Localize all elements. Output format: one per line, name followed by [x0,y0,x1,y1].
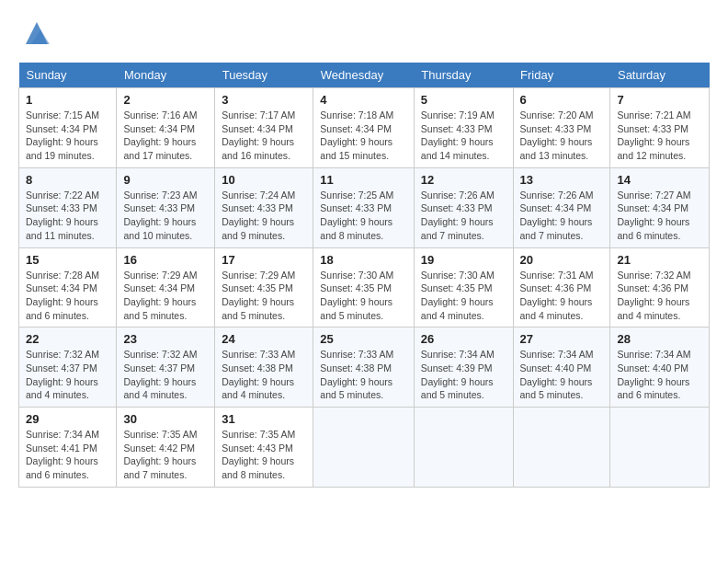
day-info: Sunrise: 7:30 AMSunset: 4:35 PMDaylight:… [320,269,406,323]
day-number: 28 [617,332,702,346]
day-info: Sunrise: 7:28 AMSunset: 4:34 PMDaylight:… [26,269,109,323]
calendar-cell: 11Sunrise: 7:25 AMSunset: 4:33 PMDayligh… [313,167,414,247]
day-header-sunday: Sunday [19,63,117,88]
calendar-cell: 22Sunrise: 7:32 AMSunset: 4:37 PMDayligh… [19,327,117,408]
day-number: 4 [320,93,406,107]
calendar-cell: 15Sunrise: 7:28 AMSunset: 4:34 PMDayligh… [19,247,117,327]
day-info: Sunrise: 7:29 AMSunset: 4:35 PMDaylight:… [222,269,306,323]
logo [18,18,51,48]
calendar-cell: 9Sunrise: 7:23 AMSunset: 4:33 PMDaylight… [117,167,215,247]
calendar-cell: 13Sunrise: 7:26 AMSunset: 4:34 PMDayligh… [513,167,610,247]
calendar-cell: 4Sunrise: 7:18 AMSunset: 4:34 PMDaylight… [313,88,414,168]
day-number: 18 [320,253,406,267]
calendar-cell: 17Sunrise: 7:29 AMSunset: 4:35 PMDayligh… [215,247,313,327]
day-info: Sunrise: 7:15 AMSunset: 4:34 PMDaylight:… [26,109,109,163]
calendar-cell: 29Sunrise: 7:34 AMSunset: 4:41 PMDayligh… [19,408,117,488]
day-header-thursday: Thursday [414,63,513,88]
day-info: Sunrise: 7:25 AMSunset: 4:33 PMDaylight:… [320,189,406,243]
day-header-friday: Friday [513,63,610,88]
calendar-week-4: 22Sunrise: 7:32 AMSunset: 4:37 PMDayligh… [19,327,710,408]
day-number: 20 [520,253,604,267]
calendar-cell: 30Sunrise: 7:35 AMSunset: 4:42 PMDayligh… [117,408,215,488]
day-info: Sunrise: 7:33 AMSunset: 4:38 PMDaylight:… [320,348,406,402]
day-number: 2 [123,93,208,107]
calendar-cell: 10Sunrise: 7:24 AMSunset: 4:33 PMDayligh… [215,167,313,247]
calendar-cell: 18Sunrise: 7:30 AMSunset: 4:35 PMDayligh… [313,247,414,327]
day-header-monday: Monday [117,63,215,88]
calendar-cell: 12Sunrise: 7:26 AMSunset: 4:33 PMDayligh… [414,167,513,247]
calendar-cell: 16Sunrise: 7:29 AMSunset: 4:34 PMDayligh… [117,247,215,327]
calendar-cell: 23Sunrise: 7:32 AMSunset: 4:37 PMDayligh… [117,327,215,408]
day-info: Sunrise: 7:26 AMSunset: 4:33 PMDaylight:… [421,189,506,243]
day-info: Sunrise: 7:22 AMSunset: 4:33 PMDaylight:… [26,189,109,243]
day-number: 13 [520,173,604,187]
day-info: Sunrise: 7:34 AMSunset: 4:40 PMDaylight:… [520,348,604,402]
day-info: Sunrise: 7:19 AMSunset: 4:33 PMDaylight:… [421,109,506,163]
calendar-cell: 26Sunrise: 7:34 AMSunset: 4:39 PMDayligh… [414,327,513,408]
day-number: 31 [222,412,306,426]
day-number: 22 [26,332,109,346]
calendar-cell [513,408,610,488]
day-info: Sunrise: 7:24 AMSunset: 4:33 PMDaylight:… [222,189,306,243]
calendar-cell: 6Sunrise: 7:20 AMSunset: 4:33 PMDaylight… [513,88,610,168]
day-number: 26 [421,332,506,346]
calendar-cell: 19Sunrise: 7:30 AMSunset: 4:35 PMDayligh… [414,247,513,327]
day-info: Sunrise: 7:32 AMSunset: 4:36 PMDaylight:… [617,269,702,323]
day-number: 27 [520,332,604,346]
calendar-cell: 20Sunrise: 7:31 AMSunset: 4:36 PMDayligh… [513,247,610,327]
day-info: Sunrise: 7:26 AMSunset: 4:34 PMDaylight:… [520,189,604,243]
day-info: Sunrise: 7:16 AMSunset: 4:34 PMDaylight:… [123,109,208,163]
calendar-cell: 2Sunrise: 7:16 AMSunset: 4:34 PMDaylight… [117,88,215,168]
day-number: 12 [421,173,506,187]
day-number: 1 [26,93,109,107]
day-number: 16 [123,253,208,267]
logo-icon [22,18,51,48]
calendar-cell [610,408,710,488]
calendar-week-1: 1Sunrise: 7:15 AMSunset: 4:34 PMDaylight… [19,88,710,168]
calendar-week-3: 15Sunrise: 7:28 AMSunset: 4:34 PMDayligh… [19,247,710,327]
calendar-cell: 27Sunrise: 7:34 AMSunset: 4:40 PMDayligh… [513,327,610,408]
calendar-cell [313,408,414,488]
day-info: Sunrise: 7:35 AMSunset: 4:43 PMDaylight:… [222,428,306,482]
calendar-cell: 25Sunrise: 7:33 AMSunset: 4:38 PMDayligh… [313,327,414,408]
day-info: Sunrise: 7:33 AMSunset: 4:38 PMDaylight:… [222,348,306,402]
day-number: 24 [222,332,306,346]
calendar-cell: 7Sunrise: 7:21 AMSunset: 4:33 PMDaylight… [610,88,710,168]
calendar-cell: 28Sunrise: 7:34 AMSunset: 4:40 PMDayligh… [610,327,710,408]
day-info: Sunrise: 7:29 AMSunset: 4:34 PMDaylight:… [123,269,208,323]
day-info: Sunrise: 7:18 AMSunset: 4:34 PMDaylight:… [320,109,406,163]
day-info: Sunrise: 7:27 AMSunset: 4:34 PMDaylight:… [617,189,702,243]
day-number: 8 [26,173,109,187]
calendar-cell: 5Sunrise: 7:19 AMSunset: 4:33 PMDaylight… [414,88,513,168]
calendar-cell: 1Sunrise: 7:15 AMSunset: 4:34 PMDaylight… [19,88,117,168]
calendar-table: SundayMondayTuesdayWednesdayThursdayFrid… [18,63,710,488]
day-number: 19 [421,253,506,267]
day-number: 5 [421,93,506,107]
day-info: Sunrise: 7:34 AMSunset: 4:40 PMDaylight:… [617,348,702,402]
day-number: 6 [520,93,604,107]
day-number: 3 [222,93,306,107]
day-info: Sunrise: 7:23 AMSunset: 4:33 PMDaylight:… [123,189,208,243]
day-header-wednesday: Wednesday [313,63,414,88]
day-number: 10 [222,173,306,187]
day-number: 29 [26,412,109,426]
day-header-tuesday: Tuesday [215,63,313,88]
day-info: Sunrise: 7:34 AMSunset: 4:39 PMDaylight:… [421,348,506,402]
day-info: Sunrise: 7:20 AMSunset: 4:33 PMDaylight:… [520,109,604,163]
calendar-cell: 8Sunrise: 7:22 AMSunset: 4:33 PMDaylight… [19,167,117,247]
day-header-saturday: Saturday [610,63,710,88]
day-info: Sunrise: 7:17 AMSunset: 4:34 PMDaylight:… [222,109,306,163]
calendar-cell: 21Sunrise: 7:32 AMSunset: 4:36 PMDayligh… [610,247,710,327]
day-number: 17 [222,253,306,267]
calendar-cell [414,408,513,488]
day-number: 15 [26,253,109,267]
calendar-header-row: SundayMondayTuesdayWednesdayThursdayFrid… [19,63,710,88]
day-number: 21 [617,253,702,267]
day-number: 23 [123,332,208,346]
day-info: Sunrise: 7:21 AMSunset: 4:33 PMDaylight:… [617,109,702,163]
day-info: Sunrise: 7:32 AMSunset: 4:37 PMDaylight:… [26,348,109,402]
day-number: 11 [320,173,406,187]
calendar-cell: 24Sunrise: 7:33 AMSunset: 4:38 PMDayligh… [215,327,313,408]
day-number: 30 [123,412,208,426]
day-info: Sunrise: 7:32 AMSunset: 4:37 PMDaylight:… [123,348,208,402]
